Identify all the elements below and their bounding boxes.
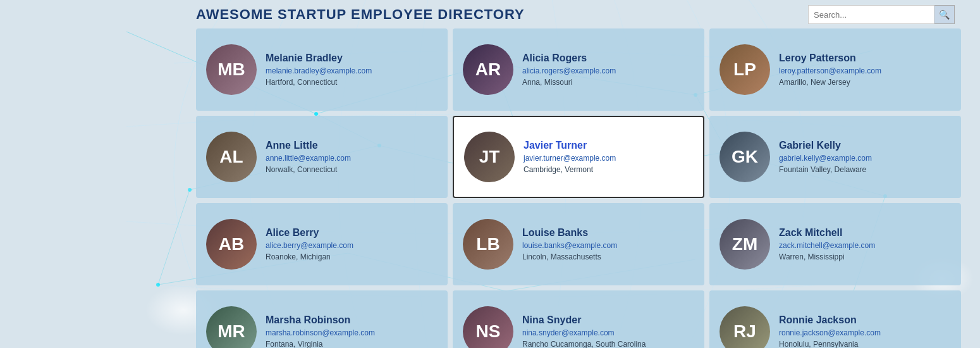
employee-email: alice.berry@example.com [266,241,353,250]
employee-email: zack.mitchell@example.com [779,241,875,250]
employee-name: Ronnie Jackson [779,314,881,326]
search-input[interactable] [808,5,934,24]
svg-point-27 [156,283,160,287]
employee-grid: MBMelanie Bradleymelanie.bradley@example… [196,28,961,348]
employee-email: ronnie.jackson@example.com [779,328,881,337]
employee-info: Melanie Bradleymelanie.bradley@example.c… [266,53,372,87]
employee-card[interactable]: JTJavier Turnerjavier.turner@example.com… [453,116,704,198]
employee-name: Alice Berry [266,227,353,239]
employee-card[interactable]: ARAlicia Rogersalicia.rogers@example.com… [453,28,704,111]
employee-name: Gabriel Kelly [779,140,872,151]
employee-name: Leroy Patterson [779,53,881,64]
employee-name: Nina Snyder [522,314,646,326]
employee-location: Anna, Missouri [522,78,616,87]
employee-info: Zack Mitchellzack.mitchell@example.comWa… [779,227,875,261]
avatar: ZM [720,219,770,270]
employee-card[interactable]: LPLeroy Pattersonleroy.patterson@example… [709,28,961,111]
avatar: MR [206,306,257,348]
employee-name: Zack Mitchell [779,227,875,239]
avatar: RJ [720,306,770,348]
avatar: LB [463,219,513,270]
employee-name: Louise Banks [522,227,617,239]
employee-email: javier.turner@example.com [524,154,616,163]
employee-info: Marsha Robinsonmarsha.robinson@example.c… [266,314,375,348]
svg-point-23 [188,188,192,192]
employee-location: Fontana, Virginia [266,340,375,348]
employee-location: Warren, Mississippi [779,252,875,261]
avatar: GK [720,132,770,182]
employee-card[interactable]: GKGabriel Kellygabriel.kelly@example.com… [709,116,961,198]
employee-name: Alicia Rogers [522,53,616,64]
employee-info: Alice Berryalice.berry@example.comRoanok… [266,227,353,261]
employee-info: Nina Snydernina.snyder@example.comRancho… [522,314,646,348]
employee-card[interactable]: NSNina Snydernina.snyder@example.comRanc… [453,290,704,348]
avatar: NS [463,306,513,348]
employee-location: Honolulu, Pennsylvania [779,340,881,348]
employee-info: Javier Turnerjavier.turner@example.comCa… [524,140,616,174]
search-bar: 🔍 [808,5,955,24]
employee-name: Melanie Bradley [266,53,372,64]
employee-email: anne.little@example.com [266,154,351,163]
avatar: AR [463,44,513,95]
employee-email: leroy.patterson@example.com [779,66,881,75]
svg-line-18 [158,190,190,285]
employee-email: nina.snyder@example.com [522,328,646,337]
avatar: AL [206,132,257,182]
employee-location: Roanoke, Michigan [266,252,353,261]
employee-card[interactable]: ABAlice Berryalice.berry@example.comRoan… [196,203,448,285]
header: AWESOME STARTUP EMPLOYEE DIRECTORY 🔍 [0,0,980,29]
employee-location: Cambridge, Vermont [524,165,616,174]
employee-info: Gabriel Kellygabriel.kelly@example.comFo… [779,140,872,174]
avatar: MB [206,44,257,95]
employee-card[interactable]: MRMarsha Robinsonmarsha.robinson@example… [196,290,448,348]
avatar: AB [206,219,257,270]
employee-email: alicia.rogers@example.com [522,66,616,75]
employee-email: marsha.robinson@example.com [266,328,375,337]
employee-location: Hartford, Connecticut [266,78,372,87]
employee-info: Ronnie Jacksonronnie.jackson@example.com… [779,314,881,348]
employee-card[interactable]: ALAnne Littleanne.little@example.comNorw… [196,116,448,198]
employee-info: Alicia Rogersalicia.rogers@example.comAn… [522,53,616,87]
employee-location: Rancho Cucamonga, South Carolina [522,340,646,348]
employee-name: Anne Little [266,140,351,151]
employee-email: louise.banks@example.com [522,241,617,250]
employee-location: Lincoln, Massachusetts [522,252,617,261]
employee-card[interactable]: MBMelanie Bradleymelanie.bradley@example… [196,28,448,111]
employee-card[interactable]: RJRonnie Jacksonronnie.jackson@example.c… [709,290,961,348]
employee-location: Fountain Valley, Delaware [779,165,872,174]
employee-name: Marsha Robinson [266,314,375,326]
employee-name: Javier Turner [524,140,616,151]
avatar: LP [720,44,770,95]
employee-email: melanie.bradley@example.com [266,66,372,75]
avatar: JT [464,132,515,182]
employee-info: Louise Bankslouise.banks@example.comLinc… [522,227,617,261]
employee-card[interactable]: LBLouise Bankslouise.banks@example.comLi… [453,203,704,285]
employee-location: Norwalk, Connecticut [266,165,351,174]
employee-card[interactable]: ZMZack Mitchellzack.mitchell@example.com… [709,203,961,285]
employee-info: Leroy Pattersonleroy.patterson@example.c… [779,53,881,87]
page-title: AWESOME STARTUP EMPLOYEE DIRECTORY [196,6,525,23]
search-button[interactable]: 🔍 [934,5,955,24]
employee-info: Anne Littleanne.little@example.comNorwal… [266,140,351,174]
employee-email: gabriel.kelly@example.com [779,154,872,163]
employee-location: Amarillo, New Jersey [779,78,881,87]
